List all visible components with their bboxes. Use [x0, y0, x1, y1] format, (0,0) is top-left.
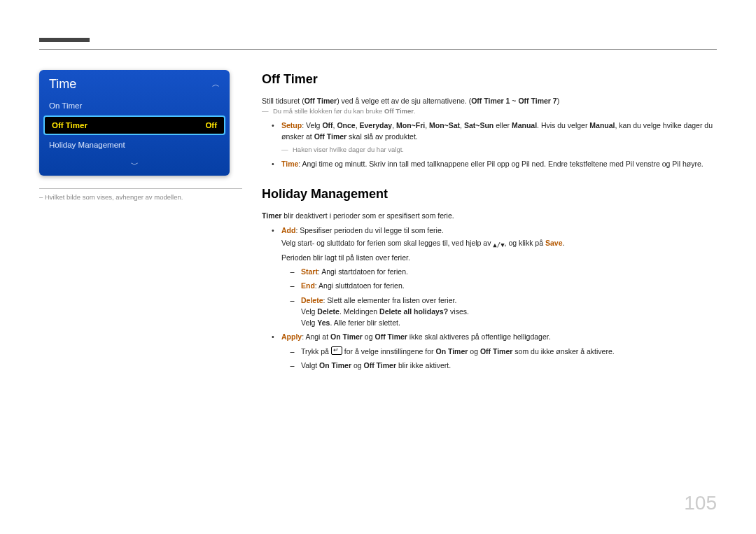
enter-button-icon	[331, 346, 342, 355]
note-set-clock: Du må stille klokken før du kan bruke Of…	[262, 106, 717, 117]
bullet-time: Time: Angi time og minutt. Skriv inn tal…	[281, 158, 717, 169]
caption-text: Hvilket bilde som vises, avhenger av mod…	[45, 193, 183, 201]
heading-off-timer: Off Timer	[262, 70, 717, 90]
page-number: 105	[684, 492, 717, 514]
bullet-apply: Apply: Angi at On Timer og Off Timer ikk…	[281, 331, 717, 371]
up-down-arrows-icon: ▲/▼	[493, 241, 504, 251]
sidebar-rule	[39, 188, 242, 189]
dash-apply-selected: Valgt On Timer og Off Timer blir ikke ak…	[301, 360, 717, 371]
bullet-add: Add: Spesifiser perioden du vil legge ti…	[281, 225, 717, 329]
menu-title: Time	[49, 77, 76, 92]
header-rule	[39, 49, 717, 50]
off-timer-intro: Still tidsuret (Off Timer) ved å velge e…	[262, 95, 717, 106]
dash-apply-press: Trykk på for å velge innstillingene for …	[301, 346, 717, 357]
dash-start: Start: Angi startdatoen for ferien.	[301, 266, 717, 277]
image-caption: – Hvilket bilde som vises, avhenger av m…	[39, 193, 242, 201]
menu-item-off-timer[interactable]: Off Timer Off	[43, 115, 225, 135]
bullet-setup: Setup: Velg Off, Once, Everyday, Mon~Fri…	[281, 120, 717, 155]
chevron-down-icon[interactable]: ﹀	[131, 160, 139, 169]
menu-item-value: Off	[205, 121, 217, 129]
holiday-intro: Timer blir deaktivert i perioder som er …	[262, 210, 717, 221]
note-checkmark: Haken viser hvilke dager du har valgt.	[281, 145, 717, 155]
dash-end: End: Angi sluttdatoen for ferien.	[301, 280, 717, 291]
chevron-up-icon[interactable]: ︿	[212, 79, 220, 90]
header-tab-marker	[39, 38, 90, 42]
menu-title-row: Time ︿	[39, 70, 230, 96]
osd-menu: Time ︿ On Timer Off Timer Off Holiday Ma…	[39, 70, 230, 176]
dash-delete: Delete: Slett alle elementer fra listen …	[301, 295, 717, 329]
heading-holiday-management: Holiday Management	[262, 185, 717, 204]
menu-item-label: Off Timer	[52, 121, 88, 129]
menu-item-holiday-management[interactable]: Holiday Management	[39, 135, 230, 155]
menu-item-on-timer[interactable]: On Timer	[39, 96, 230, 115]
